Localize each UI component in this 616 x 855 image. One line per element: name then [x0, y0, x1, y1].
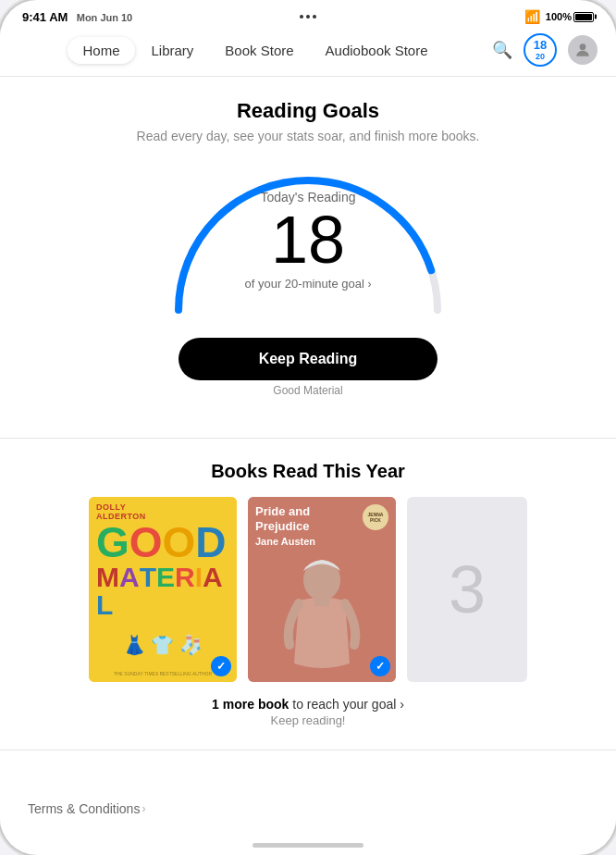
- dolly-illustration: 👗 👕 🧦: [89, 634, 237, 656]
- svg-rect-2: [314, 597, 329, 606]
- profile-icon[interactable]: [568, 35, 598, 65]
- letter-e: E: [156, 564, 175, 591]
- status-date: Mon Jun 10: [77, 12, 133, 23]
- dolly-cover-content: DOLLY ALDERTON G O O D M A T E: [89, 497, 237, 682]
- jenna-badge: JENNAPICK: [363, 504, 388, 530]
- letter-l: L: [96, 591, 113, 619]
- pride-figure-svg: [266, 552, 377, 682]
- letter-i: I: [195, 564, 203, 591]
- letter-m: M: [96, 564, 119, 591]
- goal-text[interactable]: of your 20-minute goal ›: [245, 277, 372, 291]
- badge-sub: 20: [534, 53, 547, 61]
- nav-tabs: Home Library Book Store Audiobook Store: [18, 37, 492, 64]
- badge-inner: 18 20: [534, 39, 547, 60]
- tab-home[interactable]: Home: [68, 37, 134, 64]
- book-cover-3: 3: [407, 497, 527, 682]
- battery-icon: [573, 12, 594, 22]
- status-time: 9:41 AM: [22, 10, 68, 24]
- reading-streak-badge[interactable]: 18 20: [524, 33, 557, 67]
- dolly-good-row: G O O D: [96, 521, 229, 564]
- minutes-read: 18: [245, 206, 372, 273]
- dolly-author: DOLLY: [96, 502, 229, 512]
- pride-cover-content: Pride andPrejudice Jane Austen JENNAPICK: [248, 497, 396, 682]
- books-grid: DOLLY ALDERTON G O O D M A T E: [18, 497, 598, 682]
- section-divider-1: [0, 438, 616, 439]
- wifi-icon: 📶: [524, 9, 540, 24]
- tab-bookstore[interactable]: Book Store: [210, 37, 308, 64]
- keep-reading-button[interactable]: Keep Reading: [179, 338, 437, 380]
- letter-g: G: [96, 521, 129, 564]
- tab-library[interactable]: Library: [137, 37, 209, 64]
- battery-fill: [575, 14, 592, 20]
- battery-percent: 100%: [546, 11, 572, 22]
- search-icon[interactable]: 🔍: [492, 40, 512, 60]
- letter-a2: A: [203, 564, 223, 591]
- terms-chevron: ›: [142, 802, 145, 815]
- letter-r: R: [175, 564, 195, 591]
- top-dots: [300, 15, 316, 19]
- keep-reading-book: Good Material: [28, 384, 588, 397]
- section-divider-2: [0, 750, 616, 750]
- goal-text-post: to reach your goal: [289, 697, 396, 712]
- nav-right-actions: 🔍 18 20: [492, 33, 598, 67]
- reading-goals-title: Reading Goals: [28, 99, 588, 123]
- book1-checkmark: ✓: [211, 656, 231, 676]
- badge-number: 18: [534, 38, 547, 52]
- pride-author: Jane Austen: [255, 536, 388, 547]
- letter-t: T: [140, 564, 156, 591]
- letter-a: A: [119, 564, 140, 591]
- goal-text-label: of your 20-minute goal: [245, 277, 364, 291]
- book-cover-2[interactable]: Pride andPrejudice Jane Austen JENNAPICK: [248, 497, 396, 682]
- goal-chevron: ›: [400, 697, 404, 712]
- status-right-icons: 📶 100%: [524, 9, 594, 24]
- status-time-date: 9:41 AM Mon Jun 10: [22, 10, 132, 24]
- main-content: Reading Goals Read every day, see your s…: [0, 77, 616, 830]
- gauge-text: Today's Reading 18 of your 20-minute goa…: [245, 190, 372, 291]
- terms-section: Terms & Conditions ›: [0, 773, 616, 826]
- reading-goals-section: Reading Goals Read every day, see your s…: [0, 77, 616, 415]
- reading-goals-subtitle: Read every day, see your stats soar, and…: [28, 129, 588, 143]
- book-cover-1[interactable]: DOLLY ALDERTON G O O D M A T E: [89, 497, 237, 682]
- home-indicator: [253, 843, 363, 848]
- svg-point-0: [580, 43, 586, 50]
- ipad-frame: 9:41 AM Mon Jun 10 📶 100% Home Library B…: [0, 0, 616, 855]
- books-goal-text[interactable]: 1 more book to reach your goal ›: [18, 697, 598, 712]
- status-bar: 9:41 AM Mon Jun 10 📶 100%: [0, 0, 616, 28]
- tab-audiobook[interactable]: Audiobook Store: [311, 37, 443, 64]
- terms-label: Terms & Conditions: [28, 801, 140, 816]
- nav-bar: Home Library Book Store Audiobook Store …: [0, 28, 616, 77]
- reading-gauge: Today's Reading 18 of your 20-minute goa…: [160, 162, 456, 319]
- books-this-year-title: Books Read This Year: [18, 461, 598, 482]
- books-keep-reading: Keep reading!: [18, 713, 598, 727]
- letter-d: D: [195, 521, 226, 564]
- book-count-3: 3: [449, 551, 486, 627]
- goal-highlight: 1 more book: [212, 697, 289, 712]
- books-section: Books Read This Year DOLLY ALDERTON G O …: [0, 461, 616, 727]
- battery-container: 100%: [546, 11, 594, 22]
- book2-checkmark: ✓: [370, 656, 390, 676]
- letter-o1: O: [129, 521, 163, 564]
- letter-o2: O: [163, 521, 196, 564]
- dolly-material-row: M A T E R I A L: [96, 564, 229, 619]
- terms-link[interactable]: Terms & Conditions ›: [28, 801, 145, 816]
